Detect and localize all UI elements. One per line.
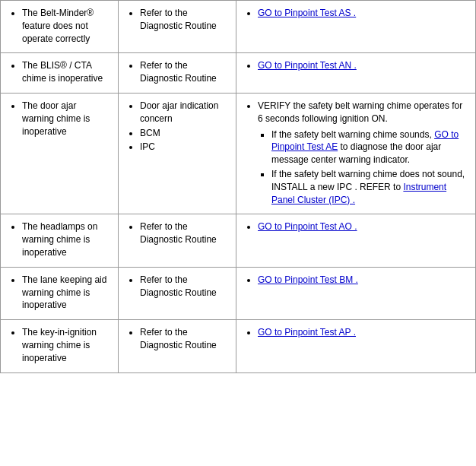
action-text: VERIFY the safety belt warning chime ope…: [258, 100, 462, 124]
pinpoint-link[interactable]: GO to Pinpoint Test AN .: [258, 60, 357, 71]
condition-cell: The headlamps on warning chime is inoper…: [1, 214, 119, 266]
action-item: GO to Pinpoint Test AN .: [258, 59, 468, 72]
possible-causes-cell: Refer to the Diagnostic Routine: [119, 1, 236, 52]
cause-text: BCM: [140, 127, 228, 140]
pinpoint-link[interactable]: GO to Pinpoint Test BM .: [258, 274, 358, 285]
cause-text: IPC: [140, 141, 228, 154]
action-item: VERIFY the safety belt warning chime ope…: [258, 100, 468, 206]
cause-text: Refer to the Diagnostic Routine: [140, 7, 228, 33]
pinpoint-link[interactable]: GO to Pinpoint Test AS .: [258, 8, 356, 18]
condition-text: The lane keeping aid warning chime is in…: [22, 274, 110, 312]
action-item: GO to Pinpoint Test AO .: [258, 220, 468, 233]
condition-text: The Belt-Minder® feature does not operat…: [22, 7, 110, 45]
table-row: The door ajar warning chime is inoperati…: [1, 94, 476, 214]
condition-text: The headlamps on warning chime is inoper…: [22, 220, 110, 258]
cause-text: Refer to the Diagnostic Routine: [140, 59, 228, 85]
action-cell: GO to Pinpoint Test AP .: [236, 320, 476, 372]
sub-action-text: If the safety belt warning chime sounds,: [271, 129, 434, 140]
possible-causes-cell: Refer to the Diagnostic Routine: [119, 268, 236, 319]
action-cell: GO to Pinpoint Test AS .: [236, 1, 476, 52]
pinpoint-link[interactable]: GO to Pinpoint Test AP .: [258, 327, 356, 338]
possible-causes-cell: Door ajar indication concern BCM IPC: [119, 94, 236, 214]
table-row: The BLIS® / CTA chime is inoperative Ref…: [1, 53, 476, 94]
cause-text: Door ajar indication concern: [140, 100, 228, 125]
cause-text: Refer to the Diagnostic Routine: [140, 274, 228, 300]
condition-cell: The Belt-Minder® feature does not operat…: [1, 1, 119, 52]
condition-cell: The BLIS® / CTA chime is inoperative: [1, 53, 119, 93]
condition-text: The BLIS® / CTA chime is inoperative: [22, 59, 110, 85]
table-row: The headlamps on warning chime is inoper…: [1, 214, 476, 267]
condition-cell: The door ajar warning chime is inoperati…: [1, 94, 119, 214]
condition-text: The key-in-ignition warning chime is ino…: [22, 326, 110, 364]
action-item: GO to Pinpoint Test BM .: [258, 274, 468, 287]
action-cell: GO to Pinpoint Test AO .: [236, 214, 476, 266]
pinpoint-link[interactable]: GO to Pinpoint Test AO .: [258, 221, 357, 232]
action-cell: VERIFY the safety belt warning chime ope…: [236, 94, 476, 214]
cause-text: Refer to the Diagnostic Routine: [140, 220, 228, 246]
possible-causes-cell: Refer to the Diagnostic Routine: [119, 320, 236, 372]
table-row: The key-in-ignition warning chime is ino…: [1, 320, 476, 372]
action-item: GO to Pinpoint Test AS .: [258, 7, 468, 20]
possible-causes-cell: Refer to the Diagnostic Routine: [119, 214, 236, 266]
diagnostic-table: The Belt-Minder® feature does not operat…: [0, 0, 476, 373]
cause-text: Refer to the Diagnostic Routine: [140, 326, 228, 352]
action-cell: GO to Pinpoint Test AN .: [236, 53, 476, 93]
table-row: The lane keeping aid warning chime is in…: [1, 268, 476, 320]
action-cell: GO to Pinpoint Test BM .: [236, 268, 476, 319]
condition-cell: The lane keeping aid warning chime is in…: [1, 268, 119, 319]
condition-text: The door ajar warning chime is inoperati…: [22, 100, 110, 138]
possible-causes-cell: Refer to the Diagnostic Routine: [119, 53, 236, 93]
sub-action-item: If the safety belt warning chime sounds,…: [271, 128, 468, 166]
table-row: The Belt-Minder® feature does not operat…: [1, 1, 476, 53]
sub-action-item: If the safety belt warning chime does no…: [271, 168, 468, 206]
action-item: GO to Pinpoint Test AP .: [258, 326, 468, 339]
condition-cell: The key-in-ignition warning chime is ino…: [1, 320, 119, 372]
